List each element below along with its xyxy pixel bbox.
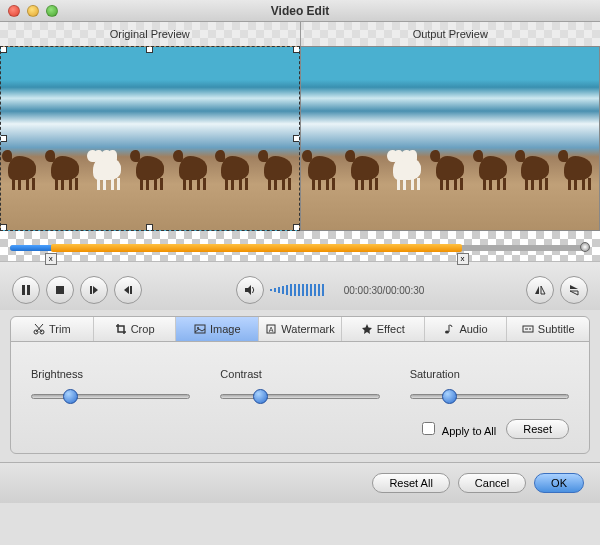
output-preview-label: Output Preview	[301, 22, 601, 46]
original-preview-label: Original Preview	[0, 22, 301, 46]
image-sliders: Brightness Contrast Saturation	[11, 342, 589, 419]
playback-controls: 00:00:30/00:00:30	[0, 261, 600, 310]
tab-label: Crop	[131, 323, 155, 335]
subtitle-icon	[522, 323, 534, 335]
svg-marker-22	[535, 286, 539, 294]
titlebar: Video Edit	[0, 0, 600, 22]
svg-marker-7	[245, 285, 251, 295]
brightness-thumb[interactable]	[63, 389, 78, 404]
crop-handle-s[interactable]	[146, 224, 153, 231]
svg-rect-15	[298, 284, 300, 296]
contrast-group: Contrast	[220, 368, 379, 399]
set-out-button[interactable]	[114, 276, 142, 304]
footer: Reset All Cancel OK	[0, 462, 600, 503]
minimize-button[interactable]	[27, 5, 39, 17]
crop-handle-w[interactable]	[0, 135, 7, 142]
tab-watermark[interactable]: A Watermark	[259, 317, 342, 341]
trim-in-marker[interactable]: x	[45, 253, 57, 265]
saturation-group: Saturation	[410, 368, 569, 399]
trim-range[interactable]	[51, 244, 463, 252]
crop-handle-ne[interactable]	[293, 46, 300, 53]
window-title: Video Edit	[0, 4, 600, 18]
pause-button[interactable]	[12, 276, 40, 304]
svg-rect-9	[274, 288, 276, 292]
maximize-button[interactable]	[46, 5, 58, 17]
trim-out-marker[interactable]: x	[457, 253, 469, 265]
svg-rect-8	[270, 289, 272, 291]
svg-rect-12	[286, 285, 288, 295]
saturation-slider[interactable]	[410, 394, 569, 399]
svg-marker-24	[570, 285, 578, 289]
volume-button[interactable]	[236, 276, 264, 304]
saturation-label: Saturation	[410, 368, 569, 380]
preview-panes	[0, 46, 600, 231]
svg-rect-21	[322, 284, 324, 296]
saturation-thumb[interactable]	[442, 389, 457, 404]
watermark-icon: A	[265, 323, 277, 335]
brightness-group: Brightness	[31, 368, 190, 399]
contrast-thumb[interactable]	[253, 389, 268, 404]
settings-panel: Trim Crop Image A Watermark Effect Audio…	[10, 316, 590, 454]
set-in-button[interactable]	[80, 276, 108, 304]
svg-rect-20	[318, 284, 320, 296]
stop-button[interactable]	[46, 276, 74, 304]
svg-line-29	[35, 324, 42, 332]
svg-rect-6	[130, 286, 132, 294]
contrast-slider[interactable]	[220, 394, 379, 399]
reset-all-button[interactable]: Reset All	[372, 473, 449, 493]
apply-to-all-label[interactable]: Apply to All	[422, 422, 496, 437]
tab-image[interactable]: Image	[176, 317, 259, 341]
tab-trim[interactable]: Trim	[11, 317, 94, 341]
crop-handle-n[interactable]	[146, 46, 153, 53]
svg-rect-17	[306, 284, 308, 296]
svg-marker-4	[93, 286, 98, 294]
flip-horizontal-button[interactable]	[526, 276, 554, 304]
music-note-icon	[443, 323, 455, 335]
svg-rect-36	[449, 325, 450, 332]
traffic-lights	[8, 5, 58, 17]
svg-rect-16	[302, 284, 304, 296]
crop-handle-sw[interactable]	[0, 224, 7, 231]
star-icon	[361, 323, 373, 335]
svg-rect-30	[195, 325, 205, 333]
svg-rect-1	[27, 285, 30, 295]
close-button[interactable]	[8, 5, 20, 17]
svg-marker-34	[362, 324, 372, 334]
apply-row: Apply to All Reset	[11, 419, 589, 453]
crop-handle-e[interactable]	[293, 135, 300, 142]
tab-crop[interactable]: Crop	[94, 317, 177, 341]
svg-text:A: A	[269, 326, 274, 333]
svg-marker-25	[570, 291, 578, 295]
svg-rect-14	[294, 284, 296, 296]
tabs: Trim Crop Image A Watermark Effect Audio…	[11, 317, 589, 342]
ok-button[interactable]: OK	[534, 473, 584, 493]
crop-icon	[115, 323, 127, 335]
cancel-button[interactable]: Cancel	[458, 473, 526, 493]
output-preview	[300, 46, 600, 231]
tab-subtitle[interactable]: Subtitle	[507, 317, 589, 341]
tab-label: Image	[210, 323, 241, 335]
playhead[interactable]	[580, 242, 590, 252]
brightness-slider[interactable]	[31, 394, 190, 399]
crop-handle-nw[interactable]	[0, 46, 7, 53]
tab-label: Subtitle	[538, 323, 575, 335]
svg-line-28	[36, 324, 43, 332]
volume-slider[interactable]	[270, 282, 330, 298]
preview-labels-row: Original Preview Output Preview	[0, 22, 600, 46]
image-icon	[194, 323, 206, 335]
svg-marker-5	[124, 286, 129, 294]
tab-audio[interactable]: Audio	[425, 317, 508, 341]
crop-handle-se[interactable]	[293, 224, 300, 231]
scissors-icon	[33, 323, 45, 335]
flip-vertical-button[interactable]	[560, 276, 588, 304]
brightness-label: Brightness	[31, 368, 190, 380]
tab-label: Trim	[49, 323, 71, 335]
svg-rect-18	[310, 284, 312, 296]
tab-effect[interactable]: Effect	[342, 317, 425, 341]
timeline[interactable]: x x	[10, 245, 590, 251]
svg-rect-19	[314, 284, 316, 296]
original-preview[interactable]	[0, 46, 300, 231]
reset-button[interactable]: Reset	[506, 419, 569, 439]
apply-to-all-checkbox[interactable]	[422, 422, 435, 435]
tab-label: Audio	[459, 323, 487, 335]
